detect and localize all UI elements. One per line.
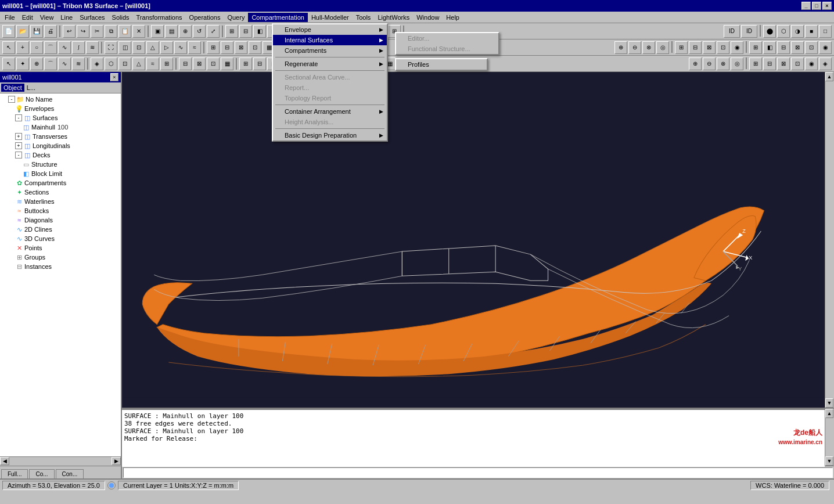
r3t4[interactable]: ⌒ (44, 57, 57, 70)
r2t7[interactable]: ≋ (86, 41, 99, 54)
sel1-button[interactable]: ▣ (151, 25, 164, 38)
r2-right13[interactable]: ⊠ (791, 41, 804, 54)
tree-groups[interactable]: ⊞ Groups (1, 253, 120, 262)
copy-button[interactable]: ⧉ (105, 25, 117, 38)
menu-lightworks[interactable]: LightWorks (374, 13, 413, 22)
r3-right10[interactable]: ◈ (819, 57, 832, 70)
menu-help[interactable]: Help (443, 13, 463, 22)
tree-envelopes[interactable]: 💡 Envelopes (1, 104, 120, 113)
r3-right6[interactable]: ⊟ (763, 57, 776, 70)
tree-3dcurves[interactable]: ∿ 3D Curves (1, 234, 120, 243)
r3t10[interactable]: △ (132, 57, 145, 70)
r3-right8[interactable]: ⊡ (791, 57, 804, 70)
t1[interactable]: ⊞ (225, 25, 238, 38)
menu-file[interactable]: File (1, 13, 19, 22)
r2-right12[interactable]: ⊟ (777, 41, 790, 54)
console-scroll-down[interactable]: ▼ (825, 456, 833, 466)
tree-area[interactable]: - 📁 No Name 💡 Envelopes - ◫ Surfaces (0, 93, 121, 456)
move-button[interactable]: ⊕ (179, 25, 192, 38)
panel-close-button[interactable]: × (110, 73, 118, 81)
scroll-left-button[interactable]: ◀ (0, 457, 9, 465)
r2-right10[interactable]: ⊞ (749, 41, 762, 54)
tree-2dclines[interactable]: ∿ 2D Clines (1, 225, 120, 234)
cut-button[interactable]: ✂ (91, 25, 103, 38)
r2t14[interactable]: ≈ (188, 41, 201, 54)
h-scrollbar[interactable]: ◀ ▶ (0, 456, 121, 466)
redo-button[interactable]: ↪ (77, 25, 89, 38)
scroll-up-button[interactable]: ▲ (825, 72, 833, 81)
r3t2[interactable]: ✦ (16, 57, 29, 70)
render1-button[interactable]: ■ (805, 25, 818, 38)
dd-envelope[interactable]: Envelope (273, 24, 387, 35)
menu-line[interactable]: Line (57, 13, 76, 22)
r3-right9[interactable]: ◉ (805, 57, 818, 70)
expand-transverses[interactable]: + (15, 133, 22, 140)
print-button[interactable]: 🖨 (44, 25, 57, 38)
menu-solids[interactable]: Solids (109, 13, 133, 22)
t3[interactable]: ◧ (253, 25, 266, 38)
r3t7[interactable]: ◈ (91, 57, 103, 70)
tree-longitudinals[interactable]: + ◫ Longitudinals (1, 141, 120, 150)
r3t3[interactable]: ⊕ (30, 57, 43, 70)
sub-profiles[interactable]: Profiles (396, 59, 487, 70)
tree-points[interactable]: ✕ Points (1, 243, 120, 253)
tab-co[interactable]: Co... (29, 469, 54, 478)
r2t1[interactable]: ↖ (2, 41, 15, 54)
dd-regenerate[interactable]: Regenerate (273, 59, 387, 69)
tree-sections[interactable]: ✦ Sections (1, 188, 120, 197)
paste-button[interactable]: 📋 (118, 25, 131, 38)
r3t14[interactable]: ⊠ (193, 57, 206, 70)
close-button[interactable]: × (822, 2, 832, 10)
expand-decks[interactable]: - (15, 152, 22, 159)
r2-right1[interactable]: ⊕ (614, 41, 627, 54)
r3t8[interactable]: ⬡ (105, 57, 117, 70)
r3t18[interactable]: ⊟ (253, 57, 266, 70)
dd-container[interactable]: Container Arrangement (273, 106, 387, 117)
menu-operations[interactable]: Operations (186, 13, 224, 22)
tree-mainhull[interactable]: ◫ Mainhull 100 (1, 123, 120, 132)
tree-surfaces[interactable]: - ◫ Surfaces (1, 113, 120, 123)
menu-query[interactable]: Query (224, 13, 248, 22)
r3t11[interactable]: ≈ (146, 57, 159, 70)
r3-right3[interactable]: ⊗ (717, 57, 729, 70)
rotate-button[interactable]: ↺ (193, 25, 206, 38)
r2-right8[interactable]: ⊡ (717, 41, 729, 54)
save-button[interactable]: 💾 (30, 25, 43, 38)
menu-view[interactable]: View (37, 13, 57, 22)
tree-no-name[interactable]: - 📁 No Name (1, 95, 120, 104)
r2-right11[interactable]: ◧ (763, 41, 776, 54)
dd-compartments[interactable]: Compartments (273, 45, 387, 56)
menu-hull-modeller[interactable]: Hull-Modeller (308, 13, 353, 22)
scroll-right-button[interactable]: ▶ (112, 457, 121, 465)
tree-structure[interactable]: ▭ Structure (1, 160, 120, 169)
r2t3[interactable]: ○ (30, 41, 43, 54)
scroll-down-button[interactable]: ▼ (825, 398, 833, 408)
menu-surfaces[interactable]: Surfaces (76, 13, 108, 22)
open-button[interactable]: 📂 (16, 25, 29, 38)
console-scroll-up[interactable]: ▲ (825, 409, 833, 418)
tree-diagonals[interactable]: ≈ Diagonals (1, 215, 120, 225)
new-button[interactable]: 📄 (2, 25, 15, 38)
r3t1[interactable]: ↖ (2, 57, 15, 70)
id2-button[interactable]: ID (741, 25, 757, 38)
scale-button[interactable]: ⤢ (207, 25, 220, 38)
r3-right2[interactable]: ⊖ (703, 57, 716, 70)
delete-button[interactable]: ✕ (132, 25, 145, 38)
r2t15[interactable]: ⊞ (207, 41, 220, 54)
r3-right7[interactable]: ⊠ (777, 57, 790, 70)
maximize-button[interactable]: □ (812, 2, 821, 10)
r2t17[interactable]: ⊠ (235, 41, 247, 54)
t2[interactable]: ⊟ (239, 25, 252, 38)
r2-right6[interactable]: ⊟ (689, 41, 702, 54)
id1-button[interactable]: ID (724, 25, 740, 38)
r3t13[interactable]: ⊟ (179, 57, 192, 70)
r2t4[interactable]: ⌒ (44, 41, 57, 54)
compartmentation-dropdown[interactable]: Envelope Internal Surfaces Compartments … (272, 23, 388, 142)
r2-right14[interactable]: ⊡ (805, 41, 818, 54)
r2t8[interactable]: ⛶ (105, 41, 117, 54)
r2t16[interactable]: ⊟ (221, 41, 233, 54)
r3t15[interactable]: ⊡ (207, 57, 220, 70)
command-input[interactable] (123, 467, 833, 478)
r2t18[interactable]: ⊡ (249, 41, 261, 54)
sel2-button[interactable]: ▤ (165, 25, 178, 38)
